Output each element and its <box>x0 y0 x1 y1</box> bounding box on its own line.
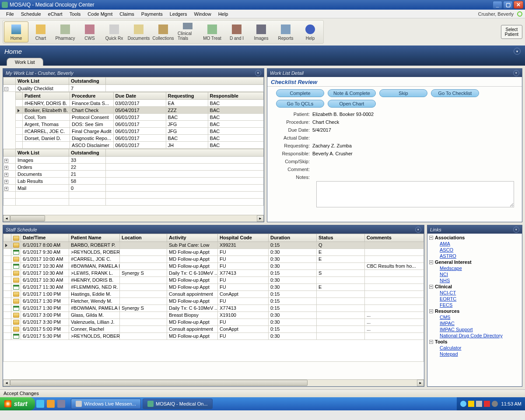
worklist-row[interactable]: #HENRY, DORIS B.Finance:Data S...03/02/2… <box>16 100 264 107</box>
link-group-header[interactable]: −Resources <box>428 308 521 314</box>
worklist-row[interactable]: Cool, TomProtocol Consent06/01/2017BACBA… <box>16 114 264 121</box>
tool-cws[interactable]: CWS <box>77 21 102 42</box>
worklist-category-row[interactable]: +Lab Results58 <box>4 178 264 185</box>
skip-button[interactable]: Skip <box>379 89 427 97</box>
minimize-button[interactable]: _ <box>493 1 502 9</box>
schedule-row[interactable]: 6/1/2017 8:00 AMBARBO, ROBERT P.Sub Pat … <box>4 242 424 248</box>
link-item[interactable]: National Drug Code Directory <box>428 332 521 339</box>
quicklaunch-ie-icon[interactable] <box>36 400 44 408</box>
worklist-category-row[interactable]: +Mail0 <box>4 185 264 192</box>
link-item[interactable]: Notepad <box>428 351 521 357</box>
chevron-down-icon[interactable]: ▾ <box>514 48 521 55</box>
tool-motreat[interactable]: MO Treat <box>200 21 224 42</box>
schedule-row[interactable]: 6/1/2017 3:30 PMValenzuela, Lillian J.MD… <box>4 318 424 326</box>
quicklaunch-icon[interactable] <box>47 400 55 408</box>
schedule-row[interactable]: 6/1/2017 3:00 PMGlass, Gilda M.Breast Bi… <box>4 312 424 318</box>
schedule-row[interactable]: 6/1/2017 10:00 AM#CARREL, JOE C.MD Follo… <box>4 256 424 262</box>
task-mosaiq[interactable]: MOSAIQ - Medical On... <box>143 399 213 409</box>
link-item[interactable]: AMA <box>428 241 521 247</box>
link-group-header[interactable]: −Tools <box>428 339 521 345</box>
close-button[interactable]: ✕ <box>514 1 523 9</box>
worklist-row[interactable]: ASCO Disclaimer06/01/2017JHBAC <box>16 142 264 149</box>
link-item[interactable]: IMPAC Support <box>428 326 521 332</box>
schedule-row[interactable]: 6/1/2017 5:00 PMConner, RachelConsult ap… <box>4 326 424 332</box>
tool-images[interactable]: Images <box>249 21 273 42</box>
chevron-down-icon[interactable]: ▾ <box>415 227 421 233</box>
task-messenger[interactable]: Windows Live Messen... <box>71 399 141 409</box>
link-item[interactable]: IMPAC <box>428 320 521 326</box>
note-complete-button[interactable]: Note & Complete <box>328 89 376 97</box>
worklist-row[interactable]: #CARREL, JOE C.Final Charge Audit06/01/2… <box>16 128 264 135</box>
tool-quickrx[interactable]: Quick Rx <box>102 21 126 42</box>
schedule-row[interactable]: 6/1/2017 1:30 PMFletcher, Wendy M.MD Fol… <box>4 298 424 304</box>
schedule-row[interactable]: 6/1/2017 1:30 PM#BOWMAN, PAMELA B.Synerg… <box>4 304 424 312</box>
select-patient-button[interactable]: Select Patient <box>501 25 522 39</box>
chevron-down-icon[interactable]: ▾ <box>255 70 261 76</box>
link-item[interactable]: Calculator <box>428 345 521 351</box>
worklist-row[interactable]: Booker, Elizabeth B.Chart Check05/04/201… <box>16 107 264 114</box>
tray-icon[interactable] <box>492 401 498 407</box>
schedule-row[interactable]: 6/1/2017 9:30 AM>REYNOLDS, ROBER...MD Fo… <box>4 248 424 256</box>
link-item[interactable]: NHS <box>428 277 521 284</box>
menu-file[interactable]: File <box>3 10 18 18</box>
start-button[interactable]: start <box>0 397 35 410</box>
complete-button[interactable]: Complete <box>276 89 324 97</box>
schedule-row[interactable]: 6/1/2017 10:30 AM#HENRY, DORIS B.MD Foll… <box>4 276 424 284</box>
chevron-down-icon[interactable]: ▾ <box>513 227 519 233</box>
worklist-category-row[interactable]: +Images33 <box>4 157 264 164</box>
link-group-header[interactable]: −Clinical <box>428 284 521 290</box>
clock[interactable]: 11:53 AM <box>501 401 522 406</box>
open-chart-button[interactable]: Open Chart <box>328 100 376 108</box>
tool-help[interactable]: Help <box>298 21 322 42</box>
tool-clinicaltrials[interactable]: Clinical Trials <box>175 21 200 42</box>
goto-checklist-button[interactable]: Go To Checklist <box>431 89 479 97</box>
worklist-category-row[interactable]: +Documents21 <box>4 171 264 178</box>
schedule-row[interactable]: 6/1/2017 11:30 AM#FLEMMING, NED R.MD Fol… <box>4 284 424 290</box>
notes-textarea[interactable] <box>316 181 514 207</box>
worklist-row[interactable]: Dorset, Daniel D.Diagnostic Repo...06/01… <box>16 135 264 142</box>
tray-icon[interactable] <box>460 401 466 407</box>
worklist-row[interactable]: Argent, ThomasDOS: See Sim06/01/2017JFGB… <box>16 121 264 128</box>
menu-schedule[interactable]: Schedule <box>18 10 45 18</box>
menu-payments[interactable]: Payments <box>138 10 166 18</box>
link-item[interactable]: EORTC <box>428 296 521 302</box>
summary-row[interactable]: −Quality Checklist7 <box>4 85 264 92</box>
maximize-button[interactable]: ▢ <box>503 1 513 9</box>
menu-ledgers[interactable]: Ledgers <box>166 10 191 18</box>
tool-reports[interactable]: Reports <box>273 21 298 42</box>
schedule-row[interactable]: 6/1/2017 5:30 PM>REYNOLDS, ROBER...MD Fo… <box>4 332 424 340</box>
worklist-hscroll[interactable]: ◄► <box>3 215 264 222</box>
link-item[interactable]: FECS <box>428 302 521 308</box>
schedule-row[interactable]: 6/1/2017 1:00 PMHastings, Eddie M.Consul… <box>4 290 424 298</box>
tool-home[interactable]: Home <box>4 21 28 42</box>
tab-worklist[interactable]: Work List <box>7 58 43 66</box>
tray-icon[interactable] <box>476 401 482 407</box>
power-icon[interactable] <box>517 11 522 17</box>
link-group-header[interactable]: −General Interest <box>428 259 521 265</box>
link-item[interactable]: NCI-CT <box>428 290 521 296</box>
tool-collections[interactable]: Collections <box>151 21 175 42</box>
link-item[interactable]: CMS <box>428 314 521 320</box>
tray-icon[interactable] <box>468 401 474 407</box>
menu-tools[interactable]: Tools <box>66 10 84 18</box>
quicklaunch-icon[interactable] <box>57 400 65 408</box>
tool-documents[interactable]: Documents <box>126 21 151 42</box>
schedule-row[interactable]: 6/1/2017 10:30 AM>LEWIS, FRANK L.Synergy… <box>4 270 424 276</box>
link-item[interactable]: ASTRO <box>428 253 521 259</box>
link-item[interactable]: Medscape <box>428 265 521 271</box>
worklist-category-row[interactable]: +Orders22 <box>4 164 264 171</box>
link-item[interactable]: ASCO <box>428 247 521 253</box>
menu-window[interactable]: Window <box>191 10 215 18</box>
schedule-hscroll[interactable]: ◄► <box>3 379 424 386</box>
goto-qcls-button[interactable]: Go To QCLs <box>276 100 324 108</box>
chevron-down-icon[interactable]: ▾ <box>513 70 519 76</box>
menu-claims[interactable]: Claims <box>116 10 138 18</box>
schedule-row[interactable]: 6/1/2017 10:30 AM#BOWMAN, PAMELA B.MD Fo… <box>4 262 424 270</box>
link-group-header[interactable]: −Associations <box>428 234 521 241</box>
menu-echart[interactable]: eChart <box>45 10 66 18</box>
menu-help[interactable]: Help <box>215 10 232 18</box>
link-item[interactable]: NCI <box>428 271 521 277</box>
menu-codemgmt[interactable]: Code Mgmt <box>84 10 116 18</box>
tool-pharmacy[interactable]: Pharmacy <box>53 21 77 42</box>
tool-dandi[interactable]: D and I <box>224 21 249 42</box>
